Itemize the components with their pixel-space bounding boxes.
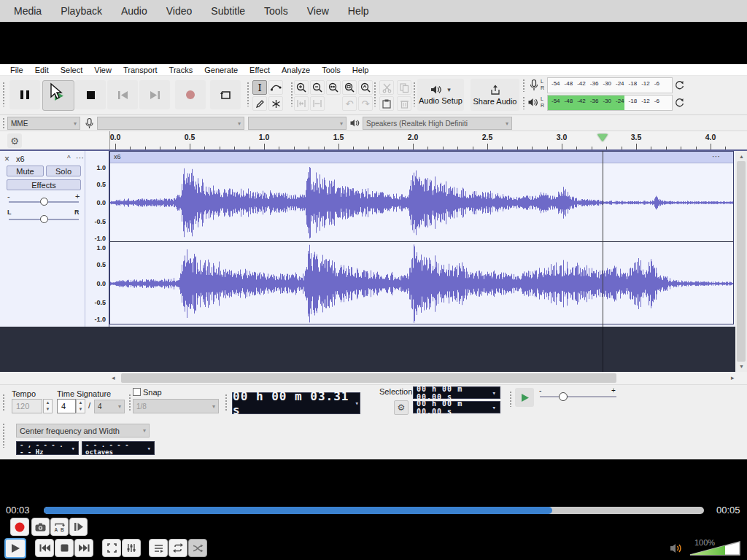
time-signature-spinner[interactable]: ▲▼ [76,399,85,413]
grip-handle[interactable] [2,82,6,106]
collapse-track-icon[interactable]: ^ [67,155,71,163]
scroll-up-icon[interactable]: ▲ [739,153,744,160]
audacity-menu-transport[interactable]: Transport [117,64,163,76]
copy-button[interactable] [397,80,411,95]
vlc-menu-tools[interactable]: Tools [255,0,298,22]
audacity-menu-edit[interactable]: Edit [29,64,55,76]
recording-meter[interactable]: LR -54-48-42-36-30-24-18-12-6 [528,77,686,93]
zoom-in-button[interactable] [294,80,309,95]
vlc-extended-settings-button[interactable] [122,539,141,557]
vlc-menu-media[interactable]: Media [4,0,51,22]
horizontal-scrollbar-thumb[interactable] [121,373,616,383]
vlc-playlist-button[interactable] [149,539,168,557]
delete-button[interactable] [397,96,411,111]
vlc-play-button[interactable] [4,538,26,559]
vlc-menu-help[interactable]: Help [338,0,379,22]
audacity-menu-file[interactable]: File [4,64,29,76]
audacity-menu-tracks[interactable]: Tracks [163,64,199,76]
audacity-menu-tools[interactable]: Tools [316,64,347,76]
volume-icon[interactable] [670,542,684,554]
audio-clip[interactable]: x6 ⋯ [109,151,734,324]
spectral-frequency-display[interactable]: - , - - - . - - Hz▾ [16,441,79,455]
grip-handle[interactable] [2,394,6,411]
grip-handle[interactable] [522,79,526,92]
grip-handle[interactable] [247,82,250,106]
spectral-bandwidth-display[interactable]: - - . - - - octaves▾ [82,441,155,455]
play-at-speed-button[interactable] [515,388,534,407]
grip-handle[interactable] [225,394,228,411]
selection-options-button[interactable]: ⚙ [394,400,409,415]
vlc-frame-by-frame-button[interactable] [69,518,88,536]
ruler-scale[interactable]: 0.00.51.01.52.02.53.03.54.0 [109,131,736,149]
envelope-tool-button[interactable] [268,80,283,95]
volume-slider[interactable] [689,540,741,557]
grip-handle[interactable] [374,82,377,106]
paste-button[interactable] [379,96,394,111]
vlc-fullscreen-button[interactable] [102,539,121,557]
scroll-left-icon[interactable]: ◂ [112,375,115,381]
audacity-menu-analyze[interactable]: Analyze [276,64,316,76]
trim-audio-button[interactable] [294,96,309,111]
zoom-selection-button[interactable] [326,80,341,95]
audacity-menu-generate[interactable]: Generate [198,64,244,76]
vlc-seek-bar[interactable] [44,507,704,514]
waveform-channel-left[interactable] [110,163,733,241]
draw-tool-button[interactable] [252,96,267,111]
vlc-stop-button[interactable] [55,539,74,557]
zoom-toggle-button[interactable] [358,80,373,95]
scroll-right-icon[interactable]: ▸ [731,375,735,381]
grip-handle[interactable] [522,96,526,109]
time-signature-upper-input[interactable]: 4 [57,399,76,413]
record-button[interactable] [175,80,206,109]
playback-device-select[interactable]: Speakers (Realtek High Definiti▾ [363,117,512,130]
audio-host-select[interactable]: MME▾ [7,117,80,130]
gain-slider[interactable] [40,198,48,206]
silence-audio-button[interactable] [310,96,325,111]
effects-button[interactable]: Effects [7,179,81,190]
vertical-scrollbar[interactable]: ▲ ▼ [735,151,747,372]
grip-handle[interactable] [509,391,513,407]
vlc-loop-ab-button[interactable]: AB [50,518,69,536]
vlc-menu-subtitle[interactable]: Subtitle [201,0,255,22]
audacity-menu-help[interactable]: Help [347,64,375,76]
vlc-random-button[interactable] [188,539,207,557]
clip-header[interactable]: x6 ⋯ [110,152,733,163]
playhead-marker[interactable] [597,134,608,141]
audacity-menu-effect[interactable]: Effect [244,64,276,76]
skip-to-end-button[interactable] [139,80,170,109]
undo-button[interactable]: ↶ [342,96,357,111]
vlc-snapshot-button[interactable] [31,518,50,536]
selection-tool-button[interactable]: I [252,80,267,95]
clip-menu-icon[interactable]: ⋯ [712,152,720,161]
vlc-previous-button[interactable] [35,539,54,557]
audacity-menu-select[interactable]: Select [55,64,89,76]
recording-channels-select[interactable]: ▾ [248,117,347,130]
horizontal-scrollbar[interactable]: ◂ ▸ [0,372,747,385]
tempo-input[interactable]: 120 [12,399,42,413]
vertical-ruler[interactable]: 1.00.50.0-0.5-1.01.00.50.0-0.5-1.0 [85,151,109,327]
vlc-loop-button[interactable] [169,539,187,557]
zoom-out-button[interactable] [310,80,325,95]
pan-slider[interactable] [40,215,48,223]
skip-to-start-button[interactable] [107,80,138,109]
redo-button[interactable]: ↷ [358,96,373,111]
scroll-down-icon[interactable]: ▼ [739,363,744,370]
solo-button[interactable]: Solo [46,166,81,176]
pause-button[interactable] [9,80,40,109]
vlc-menu-video[interactable]: Video [157,0,202,22]
vertical-scrollbar-thumb[interactable] [737,161,746,362]
playback-meter[interactable]: LR -54-48-42-36-30-24-18-12-6 [528,95,686,111]
snap-checkbox[interactable] [133,388,141,396]
grip-handle[interactable] [413,82,417,106]
loop-button[interactable] [210,80,241,109]
multi-tool-button[interactable] [268,96,283,111]
audio-position-display[interactable]: 00 h 00 m 03.31 s▾ [232,392,360,414]
waveform-channel-right[interactable] [110,242,733,324]
close-track-icon[interactable]: × [4,154,9,164]
cut-button[interactable] [379,80,394,95]
vlc-menu-audio[interactable]: Audio [112,0,157,22]
vlc-menu-playback[interactable]: Playback [51,0,112,22]
grip-handle[interactable] [2,117,6,129]
recording-device-select[interactable]: ▾ [97,117,244,130]
fit-project-button[interactable] [342,80,357,95]
